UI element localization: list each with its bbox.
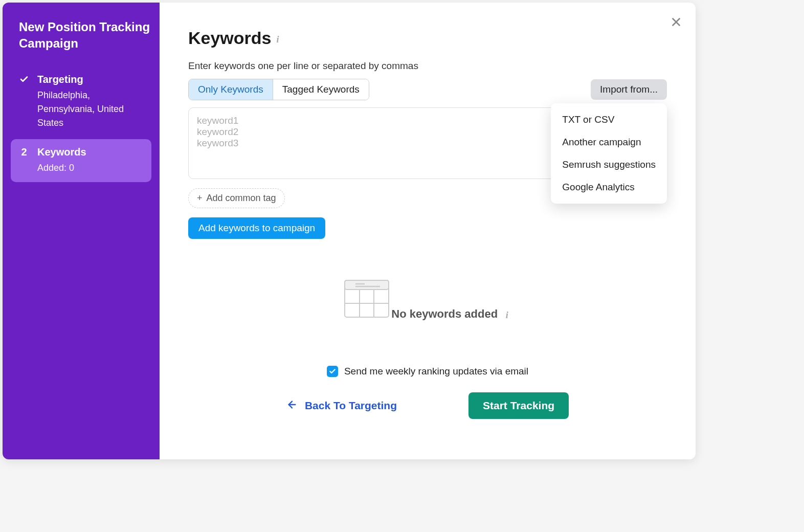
- info-icon[interactable]: i: [277, 34, 285, 42]
- email-updates-checkbox[interactable]: [327, 366, 338, 377]
- step-label: Keywords: [37, 146, 86, 158]
- step-number: 2: [19, 146, 29, 158]
- info-icon[interactable]: i: [503, 310, 511, 318]
- arrow-left-icon: [286, 399, 298, 413]
- empty-table-icon: [344, 280, 389, 320]
- step-targeting[interactable]: Targeting Philadelphia, Pennsylvania, Un…: [11, 66, 151, 137]
- import-dropdown: TXT or CSV Another campaign Semrush sugg…: [551, 103, 667, 204]
- start-tracking-button[interactable]: Start Tracking: [468, 392, 569, 419]
- tab-group: Only Keywords Tagged Keywords: [188, 79, 369, 100]
- step-subtext: Philadelphia, Pennsylvania, United State…: [37, 88, 143, 130]
- import-option-semrush[interactable]: Semrush suggestions: [551, 153, 667, 176]
- tab-tagged-keywords[interactable]: Tagged Keywords: [273, 79, 369, 100]
- modal-dialog: New Position Tracking Campaign Targeting…: [3, 3, 696, 459]
- add-keywords-button[interactable]: Add keywords to campaign: [188, 217, 325, 239]
- close-button[interactable]: [668, 14, 684, 30]
- import-option-txt-csv[interactable]: TXT or CSV: [551, 108, 667, 131]
- footer: Send me weekly ranking updates via email…: [188, 366, 667, 419]
- empty-label: No keywords added: [391, 307, 498, 321]
- tab-only-keywords[interactable]: Only Keywords: [189, 79, 273, 100]
- plus-icon: +: [197, 193, 203, 204]
- title-text: Keywords: [188, 28, 272, 48]
- step-subtext: Added: 0: [37, 161, 143, 175]
- helper-text: Enter keywords one per line or separated…: [188, 60, 667, 72]
- email-updates-row: Send me weekly ranking updates via email: [188, 366, 667, 377]
- main-content: Keywords i Enter keywords one per line o…: [160, 3, 696, 459]
- import-option-another-campaign[interactable]: Another campaign: [551, 131, 667, 153]
- wizard-sidebar: New Position Tracking Campaign Targeting…: [3, 3, 160, 459]
- back-to-targeting-link[interactable]: Back To Targeting: [286, 399, 397, 413]
- add-tag-label: Add common tag: [207, 193, 276, 204]
- sidebar-title: New Position Tracking Campaign: [11, 19, 151, 52]
- check-icon: [19, 74, 29, 84]
- step-header: 2 Keywords: [19, 146, 143, 158]
- page-title: Keywords i: [188, 28, 667, 48]
- svg-rect-3: [345, 280, 389, 290]
- import-option-google-analytics[interactable]: Google Analytics: [551, 176, 667, 198]
- tabs-row: Only Keywords Tagged Keywords Import fro…: [188, 79, 667, 100]
- step-header: Targeting: [19, 74, 143, 85]
- import-button[interactable]: Import from...: [591, 79, 667, 100]
- step-keywords[interactable]: 2 Keywords Added: 0: [11, 139, 151, 182]
- checkbox-label: Send me weekly ranking updates via email: [344, 366, 528, 377]
- empty-state: No keywords added i: [188, 280, 667, 330]
- back-label: Back To Targeting: [305, 400, 397, 412]
- step-label: Targeting: [37, 74, 83, 85]
- empty-state-text: No keywords added i: [391, 307, 511, 321]
- add-common-tag-button[interactable]: + Add common tag: [188, 188, 285, 208]
- actions-row: Back To Targeting Start Tracking: [188, 392, 667, 419]
